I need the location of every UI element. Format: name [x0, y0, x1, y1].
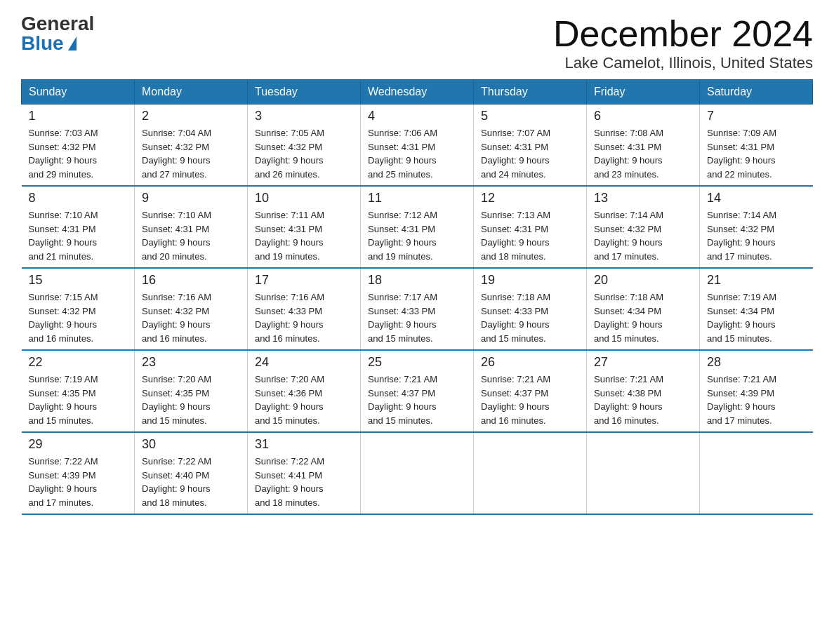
- day-info: Sunrise: 7:07 AM Sunset: 4:31 PM Dayligh…: [481, 126, 579, 181]
- day-number: 5: [481, 109, 579, 123]
- day-info: Sunrise: 7:14 AM Sunset: 4:32 PM Dayligh…: [707, 208, 806, 263]
- table-row: 14 Sunrise: 7:14 AM Sunset: 4:32 PM Dayl…: [700, 186, 813, 268]
- day-number: 19: [481, 273, 579, 288]
- day-number: 11: [368, 191, 466, 206]
- day-number: 1: [29, 109, 128, 123]
- day-number: 3: [255, 109, 353, 123]
- calendar-week-row: 8 Sunrise: 7:10 AM Sunset: 4:31 PM Dayli…: [22, 186, 813, 268]
- table-row: 21 Sunrise: 7:19 AM Sunset: 4:34 PM Dayl…: [700, 268, 813, 350]
- table-row: 18 Sunrise: 7:17 AM Sunset: 4:33 PM Dayl…: [361, 268, 474, 350]
- col-tuesday: Tuesday: [248, 80, 361, 105]
- day-number: 18: [368, 273, 466, 288]
- col-sunday: Sunday: [22, 80, 135, 105]
- table-row: 4 Sunrise: 7:06 AM Sunset: 4:31 PM Dayli…: [361, 105, 474, 187]
- day-number: 27: [594, 355, 692, 370]
- table-row: [587, 432, 700, 514]
- day-number: 2: [142, 109, 240, 123]
- day-number: 13: [594, 191, 692, 206]
- table-row: 24 Sunrise: 7:20 AM Sunset: 4:36 PM Dayl…: [248, 350, 361, 432]
- table-row: 11 Sunrise: 7:12 AM Sunset: 4:31 PM Dayl…: [361, 186, 474, 268]
- day-info: Sunrise: 7:13 AM Sunset: 4:31 PM Dayligh…: [481, 208, 579, 263]
- table-row: 9 Sunrise: 7:10 AM Sunset: 4:31 PM Dayli…: [135, 186, 248, 268]
- table-row: 26 Sunrise: 7:21 AM Sunset: 4:37 PM Dayl…: [474, 350, 587, 432]
- table-row: 7 Sunrise: 7:09 AM Sunset: 4:31 PM Dayli…: [700, 105, 813, 187]
- day-number: 17: [255, 273, 353, 288]
- day-info: Sunrise: 7:18 AM Sunset: 4:34 PM Dayligh…: [594, 290, 692, 345]
- day-number: 7: [707, 109, 806, 123]
- day-number: 21: [707, 273, 806, 288]
- logo-general-text: General: [21, 14, 94, 34]
- table-row: 29 Sunrise: 7:22 AM Sunset: 4:39 PM Dayl…: [22, 432, 135, 514]
- table-row: 28 Sunrise: 7:21 AM Sunset: 4:39 PM Dayl…: [700, 350, 813, 432]
- day-number: 10: [255, 191, 353, 206]
- calendar-week-row: 22 Sunrise: 7:19 AM Sunset: 4:35 PM Dayl…: [22, 350, 813, 432]
- day-number: 4: [368, 109, 466, 123]
- day-number: 28: [707, 355, 806, 370]
- day-info: Sunrise: 7:22 AM Sunset: 4:40 PM Dayligh…: [142, 455, 240, 509]
- table-row: 19 Sunrise: 7:18 AM Sunset: 4:33 PM Dayl…: [474, 268, 587, 350]
- location-title: Lake Camelot, Illinois, United States: [553, 54, 813, 72]
- day-info: Sunrise: 7:03 AM Sunset: 4:32 PM Dayligh…: [29, 126, 128, 181]
- day-number: 31: [255, 437, 353, 452]
- table-row: 5 Sunrise: 7:07 AM Sunset: 4:31 PM Dayli…: [474, 105, 587, 187]
- logo-blue-text: Blue: [21, 34, 77, 53]
- page-header: General Blue December 2024 Lake Camelot,…: [21, 14, 813, 72]
- month-title: December 2024: [553, 14, 813, 54]
- calendar-week-row: 1 Sunrise: 7:03 AM Sunset: 4:32 PM Dayli…: [22, 105, 813, 187]
- day-info: Sunrise: 7:20 AM Sunset: 4:36 PM Dayligh…: [255, 373, 353, 427]
- table-row: 30 Sunrise: 7:22 AM Sunset: 4:40 PM Dayl…: [135, 432, 248, 514]
- col-thursday: Thursday: [474, 80, 587, 105]
- day-number: 26: [481, 355, 579, 370]
- day-number: 8: [29, 191, 128, 206]
- day-info: Sunrise: 7:10 AM Sunset: 4:31 PM Dayligh…: [142, 208, 240, 263]
- day-info: Sunrise: 7:14 AM Sunset: 4:32 PM Dayligh…: [594, 208, 692, 263]
- table-row: 27 Sunrise: 7:21 AM Sunset: 4:38 PM Dayl…: [587, 350, 700, 432]
- table-row: 23 Sunrise: 7:20 AM Sunset: 4:35 PM Dayl…: [135, 350, 248, 432]
- day-info: Sunrise: 7:20 AM Sunset: 4:35 PM Dayligh…: [142, 373, 240, 427]
- calendar-table: Sunday Monday Tuesday Wednesday Thursday…: [21, 79, 813, 515]
- table-row: 13 Sunrise: 7:14 AM Sunset: 4:32 PM Dayl…: [587, 186, 700, 268]
- logo: General Blue: [21, 14, 94, 53]
- table-row: 20 Sunrise: 7:18 AM Sunset: 4:34 PM Dayl…: [587, 268, 700, 350]
- table-row: 16 Sunrise: 7:16 AM Sunset: 4:32 PM Dayl…: [135, 268, 248, 350]
- day-info: Sunrise: 7:22 AM Sunset: 4:39 PM Dayligh…: [29, 455, 128, 509]
- day-info: Sunrise: 7:05 AM Sunset: 4:32 PM Dayligh…: [255, 126, 353, 181]
- day-number: 9: [142, 191, 240, 206]
- day-number: 23: [142, 355, 240, 370]
- day-info: Sunrise: 7:18 AM Sunset: 4:33 PM Dayligh…: [481, 290, 579, 345]
- day-number: 30: [142, 437, 240, 452]
- day-info: Sunrise: 7:17 AM Sunset: 4:33 PM Dayligh…: [368, 290, 466, 345]
- table-row: [361, 432, 474, 514]
- day-info: Sunrise: 7:16 AM Sunset: 4:32 PM Dayligh…: [142, 290, 240, 345]
- calendar-week-row: 29 Sunrise: 7:22 AM Sunset: 4:39 PM Dayl…: [22, 432, 813, 514]
- table-row: 10 Sunrise: 7:11 AM Sunset: 4:31 PM Dayl…: [248, 186, 361, 268]
- table-row: 17 Sunrise: 7:16 AM Sunset: 4:33 PM Dayl…: [248, 268, 361, 350]
- col-saturday: Saturday: [700, 80, 813, 105]
- day-info: Sunrise: 7:09 AM Sunset: 4:31 PM Dayligh…: [707, 126, 806, 181]
- day-info: Sunrise: 7:21 AM Sunset: 4:38 PM Dayligh…: [594, 373, 692, 427]
- table-row: [474, 432, 587, 514]
- col-monday: Monday: [135, 80, 248, 105]
- day-info: Sunrise: 7:08 AM Sunset: 4:31 PM Dayligh…: [594, 126, 692, 181]
- day-info: Sunrise: 7:11 AM Sunset: 4:31 PM Dayligh…: [255, 208, 353, 263]
- day-info: Sunrise: 7:12 AM Sunset: 4:31 PM Dayligh…: [368, 208, 466, 263]
- table-row: 6 Sunrise: 7:08 AM Sunset: 4:31 PM Dayli…: [587, 105, 700, 187]
- table-row: 8 Sunrise: 7:10 AM Sunset: 4:31 PM Dayli…: [22, 186, 135, 268]
- day-info: Sunrise: 7:21 AM Sunset: 4:37 PM Dayligh…: [368, 373, 466, 427]
- day-info: Sunrise: 7:22 AM Sunset: 4:41 PM Dayligh…: [255, 455, 353, 509]
- day-info: Sunrise: 7:21 AM Sunset: 4:39 PM Dayligh…: [707, 373, 806, 427]
- table-row: 3 Sunrise: 7:05 AM Sunset: 4:32 PM Dayli…: [248, 105, 361, 187]
- table-row: 25 Sunrise: 7:21 AM Sunset: 4:37 PM Dayl…: [361, 350, 474, 432]
- day-number: 14: [707, 191, 806, 206]
- day-number: 16: [142, 273, 240, 288]
- col-wednesday: Wednesday: [361, 80, 474, 105]
- day-number: 25: [368, 355, 466, 370]
- day-number: 15: [29, 273, 128, 288]
- table-row: 22 Sunrise: 7:19 AM Sunset: 4:35 PM Dayl…: [22, 350, 135, 432]
- day-info: Sunrise: 7:10 AM Sunset: 4:31 PM Dayligh…: [29, 208, 128, 263]
- table-row: 2 Sunrise: 7:04 AM Sunset: 4:32 PM Dayli…: [135, 105, 248, 187]
- day-number: 22: [29, 355, 128, 370]
- calendar-week-row: 15 Sunrise: 7:15 AM Sunset: 4:32 PM Dayl…: [22, 268, 813, 350]
- day-info: Sunrise: 7:19 AM Sunset: 4:35 PM Dayligh…: [29, 373, 128, 427]
- day-info: Sunrise: 7:04 AM Sunset: 4:32 PM Dayligh…: [142, 126, 240, 181]
